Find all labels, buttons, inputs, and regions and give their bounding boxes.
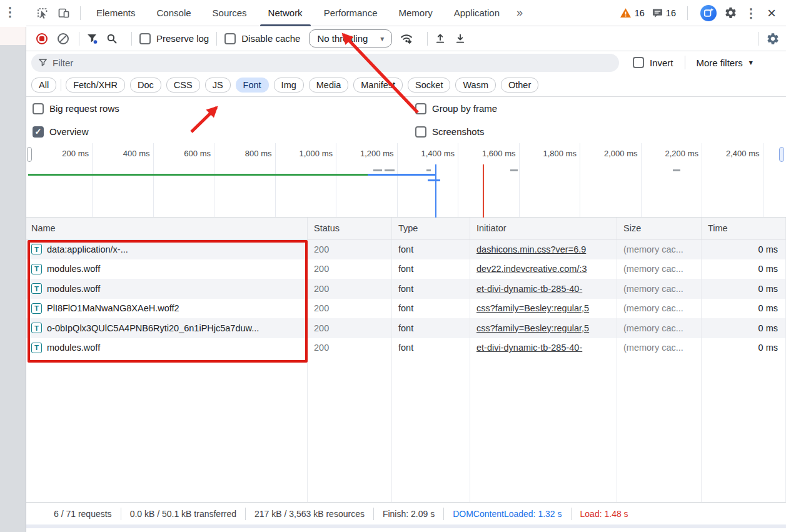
timeline-tick: 400 ms [93,143,154,217]
record-button[interactable] [36,33,48,44]
ai-assistant-icon[interactable] [700,5,717,21]
import-har-icon[interactable] [435,33,445,44]
initiator-link[interactable]: dev22.indevcreative.com/:3 [476,264,587,274]
search-icon[interactable] [106,33,118,44]
more-filters-dropdown[interactable]: More filters ▾ [697,58,753,68]
invert-checkbox[interactable] [633,57,644,68]
timeline-green-bar [28,174,368,176]
filter-input[interactable] [53,58,612,68]
devtools-panel: Elements Console Sources Network Perform… [26,0,786,532]
resources-size: 217 kB / 3,563 kB resources [246,508,374,520]
chip-js[interactable]: JS [205,78,231,93]
column-header-time[interactable]: Time [702,218,786,239]
timeline-overview[interactable]: 200 ms 400 ms 600 ms 800 ms 1,000 ms 1,2… [26,143,786,218]
disable-cache-checkbox[interactable] [224,33,236,44]
close-icon[interactable]: × [765,6,778,21]
timeline-left-handle[interactable] [27,147,32,162]
chip-fetch-xhr[interactable]: Fetch/XHR [66,78,125,93]
chip-img[interactable]: Img [274,78,304,93]
font-file-icon: T [31,244,42,254]
invert-option: Invert [633,57,673,68]
column-header-initiator[interactable]: Initiator [470,218,617,239]
chip-socket[interactable]: Socket [408,78,450,93]
inspect-element-icon[interactable] [34,4,51,22]
screenshots-option: Screenshots [415,126,786,138]
kebab-menu-icon[interactable]: ⋮ [4,4,16,19]
network-settings-gear-icon[interactable] [766,32,780,46]
big-request-rows-checkbox[interactable] [33,103,44,114]
column-header-name[interactable]: Name [26,218,308,239]
table-row[interactable]: Tmodules.woff 200 font et-divi-dynamic-t… [26,279,786,299]
chip-media[interactable]: Media [309,78,349,93]
chip-all[interactable]: All [31,78,56,93]
error-badge[interactable]: 16 [620,8,645,18]
request-size: (memory cac... [617,318,702,338]
tab-console[interactable]: Console [146,0,202,26]
preserve-log-checkbox[interactable] [139,33,151,44]
device-toolbar-icon[interactable] [55,4,73,22]
requests-count: 6 / 71 requests [45,508,121,520]
throttling-value: No throttling [317,33,368,44]
request-name: modules.woff [47,284,100,294]
table-row[interactable]: Tdata:application/x-... 200 font dashico… [26,239,786,259]
column-header-size[interactable]: Size [617,218,702,239]
table-row[interactable]: Tmodules.woff 200 font et-divi-dynamic-t… [26,338,786,358]
request-type: font [392,338,470,358]
initiator-link[interactable]: dashicons.min.css?ver=6.9 [476,244,586,254]
filter-funnel-small-icon [39,59,48,67]
request-status: 200 [308,299,392,319]
table-row[interactable]: TPlI8FlO1MaNwaNG8XAeH.woff2 200 font css… [26,299,786,319]
settings-gear-icon[interactable] [724,6,737,19]
chip-wasm[interactable]: Wasm [455,78,496,93]
chip-manifest[interactable]: Manifest [353,78,403,93]
dcl-marker-line [435,164,436,218]
request-size: (memory cac... [617,259,702,279]
export-har-icon[interactable] [455,33,465,44]
chip-css[interactable]: CSS [166,78,200,93]
tab-network[interactable]: Network [258,0,313,26]
disable-cache-option: Disable cache [224,33,300,44]
divider [758,32,758,46]
filter-input-pill[interactable] [31,54,619,72]
big-request-rows-option: Big request rows [33,103,415,114]
devtools-menu-icon[interactable]: ⋮ [745,6,757,21]
tab-application[interactable]: Application [443,0,510,26]
bottom-edge-strip [26,524,786,528]
column-header-status[interactable]: Status [308,218,392,239]
throttling-dropdown[interactable]: No throttling ▾ [309,29,392,48]
chip-font[interactable]: Font [236,78,269,93]
request-time: 0 ms [702,318,786,338]
table-row[interactable]: Tmodules.woff 200 font dev22.indevcreati… [26,259,786,279]
screenshots-checkbox[interactable] [415,126,426,138]
filter-funnel-icon[interactable] [87,34,98,44]
initiator-link[interactable]: et-divi-dynamic-tb-285-40- [476,284,582,294]
overview-checkbox[interactable]: ✓ [33,126,44,138]
font-file-icon: T [31,264,42,274]
request-name: o-0bIpQlx3QUlC5A4PNB6Ryti20_6n1iPHjc5a7d… [47,323,259,333]
column-header-type[interactable]: Type [392,218,470,239]
clear-icon[interactable] [58,33,69,44]
network-conditions-icon[interactable] [400,33,413,44]
initiator-link[interactable]: css?family=Besley:regular,5 [476,323,589,333]
timeline-right-handle[interactable] [779,147,784,162]
tab-performance[interactable]: Performance [313,0,388,26]
network-options: Big request rows Group by frame ✓ Overvi… [26,97,786,143]
tab-elements[interactable]: Elements [86,0,146,26]
warning-icon [620,8,632,18]
initiator-link[interactable]: et-divi-dynamic-tb-285-40- [476,343,582,353]
transferred-size: 0.0 kB / 50.1 kB transferred [121,508,246,520]
left-strip-top: ⋮ [0,0,26,27]
more-tabs-icon[interactable]: » [510,6,529,19]
big-request-rows-label: Big request rows [49,103,119,114]
tab-memory[interactable]: Memory [388,0,443,26]
divider [131,32,132,46]
chip-doc[interactable]: Doc [130,78,161,93]
tab-sources[interactable]: Sources [202,0,258,26]
divider [61,79,61,91]
group-by-frame-checkbox[interactable] [415,103,426,114]
screenshots-label: Screenshots [432,126,484,137]
table-row[interactable]: To-0bIpQlx3QUlC5A4PNB6Ryti20_6n1iPHjc5a7… [26,318,786,338]
message-badge[interactable]: 16 [652,8,676,18]
chip-other[interactable]: Other [501,78,538,93]
initiator-link[interactable]: css?family=Besley:regular,5 [476,303,589,313]
